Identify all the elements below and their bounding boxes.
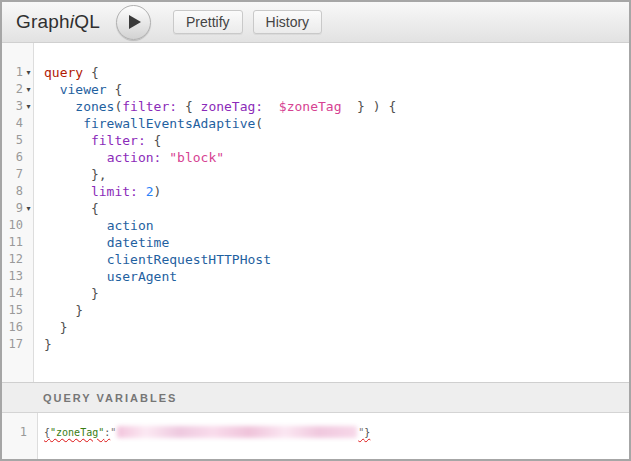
code-text: clientRequestHTTPHost bbox=[34, 251, 271, 268]
graphiql-logo: GraphiQL bbox=[16, 11, 100, 33]
line-number: 3 bbox=[2, 98, 23, 115]
code-text: userAgent bbox=[34, 268, 177, 285]
line-number: 1 bbox=[2, 426, 27, 439]
gutter-cell: 4 bbox=[2, 115, 34, 132]
query-code-lines: 1▾query {2▾ viewer {3▾ zones(filter: { z… bbox=[2, 43, 629, 353]
gutter-cell: 13 bbox=[2, 268, 34, 285]
code-line[interactable]: 7 }, bbox=[2, 166, 629, 183]
gutter-cell: 15 bbox=[2, 302, 34, 319]
line-number: 17 bbox=[2, 336, 23, 353]
code-text: action: "block" bbox=[34, 149, 224, 166]
variables-header[interactable]: QUERY VARIABLES bbox=[2, 382, 629, 413]
line-number: 1 bbox=[2, 64, 23, 81]
gutter-cell: 1▾ bbox=[2, 64, 34, 81]
variables-title: QUERY VARIABLES bbox=[43, 392, 177, 404]
code-line[interactable]: 12 clientRequestHTTPHost bbox=[2, 251, 629, 268]
code-line[interactable]: 9▾ { bbox=[2, 200, 629, 217]
code-line[interactable]: 17} bbox=[2, 336, 629, 353]
code-text: } bbox=[34, 285, 99, 302]
gutter-cell: 2▾ bbox=[2, 81, 34, 98]
code-line[interactable]: 11 datetime bbox=[2, 234, 629, 251]
line-number: 7 bbox=[2, 166, 23, 183]
code-line[interactable]: 8 limit: 2) bbox=[2, 183, 629, 200]
line-number: 4 bbox=[2, 115, 23, 132]
line-number: 6 bbox=[2, 149, 23, 166]
gutter-cell: 7 bbox=[2, 166, 34, 183]
code-text: filter: { bbox=[34, 132, 161, 149]
code-text: limit: 2) bbox=[34, 183, 161, 200]
code-text: viewer { bbox=[34, 81, 122, 98]
code-line[interactable]: 13 userAgent bbox=[2, 268, 629, 285]
execute-button[interactable] bbox=[116, 5, 151, 40]
line-number: 11 bbox=[2, 234, 23, 251]
code-line[interactable]: 15 } bbox=[2, 302, 629, 319]
code-line[interactable]: 2▾ viewer { bbox=[2, 81, 629, 98]
gutter-cell: 17 bbox=[2, 336, 34, 353]
code-text: zones(filter: { zoneTag: $zoneTag } ) { bbox=[34, 98, 396, 115]
history-button[interactable]: History bbox=[253, 10, 323, 34]
fold-arrow-icon[interactable]: ▾ bbox=[23, 81, 34, 98]
line-number: 13 bbox=[2, 268, 23, 285]
code-line[interactable]: 6 action: "block" bbox=[2, 149, 629, 166]
gutter-cell: 11 bbox=[2, 234, 34, 251]
code-text: } bbox=[34, 336, 52, 353]
variables-editor[interactable]: 1 {"zoneTag":""} bbox=[2, 413, 629, 459]
code-line[interactable]: 14 } bbox=[2, 285, 629, 302]
gutter-cell: 3▾ bbox=[2, 98, 34, 115]
code-line[interactable]: 4 firewallEventsAdaptive( bbox=[2, 115, 629, 132]
gutter-cell: 9▾ bbox=[2, 200, 34, 217]
gutter-cell: 6 bbox=[2, 149, 34, 166]
gutter-cell: 5 bbox=[2, 132, 34, 149]
gutter-cell: 8 bbox=[2, 183, 34, 200]
variables-token: " bbox=[110, 426, 116, 439]
line-number: 12 bbox=[2, 251, 23, 268]
variables-line[interactable]: 1 {"zoneTag":""} bbox=[2, 413, 629, 432]
code-text: action bbox=[34, 217, 154, 234]
code-line[interactable]: 3▾ zones(filter: { zoneTag: $zoneTag } )… bbox=[2, 98, 629, 115]
code-line[interactable]: 5 filter: { bbox=[2, 132, 629, 149]
fold-arrow-icon[interactable]: ▾ bbox=[23, 64, 34, 81]
line-number: 16 bbox=[2, 319, 23, 336]
code-line[interactable]: 16 } bbox=[2, 319, 629, 336]
redacted-value-blur bbox=[117, 426, 357, 438]
code-text: { bbox=[34, 200, 99, 217]
line-number: 5 bbox=[2, 132, 23, 149]
code-text: } bbox=[34, 319, 67, 336]
variables-token: } bbox=[364, 426, 370, 439]
logo-text-graph: Graph bbox=[16, 11, 70, 32]
gutter-cell: 16 bbox=[2, 319, 34, 336]
toolbar: GraphiQL Prettify History bbox=[2, 2, 629, 43]
line-number: 10 bbox=[2, 217, 23, 234]
code-line[interactable]: 1▾query { bbox=[2, 64, 629, 81]
code-text: }, bbox=[34, 166, 107, 183]
logo-text-ql: QL bbox=[74, 11, 100, 32]
line-number: 2 bbox=[2, 81, 23, 98]
code-text: } bbox=[34, 302, 83, 319]
query-editor[interactable]: 1▾query {2▾ viewer {3▾ zones(filter: { z… bbox=[2, 43, 629, 382]
gutter-cell: 14 bbox=[2, 285, 34, 302]
variables-token: "zoneTag" bbox=[50, 426, 104, 439]
code-text: datetime bbox=[34, 234, 169, 251]
gutter-cell: 12 bbox=[2, 251, 34, 268]
fold-arrow-icon[interactable]: ▾ bbox=[23, 98, 34, 115]
code-line[interactable]: 10 action bbox=[2, 217, 629, 234]
line-number: 15 bbox=[2, 302, 23, 319]
line-number: 8 bbox=[2, 183, 23, 200]
line-number: 9 bbox=[2, 200, 23, 217]
prettify-button[interactable]: Prettify bbox=[173, 10, 243, 34]
fold-arrow-icon[interactable]: ▾ bbox=[23, 200, 34, 217]
gutter-cell: 10 bbox=[2, 217, 34, 234]
play-icon bbox=[129, 15, 141, 29]
code-text: query { bbox=[34, 64, 99, 81]
code-text: firewallEventsAdaptive( bbox=[34, 115, 263, 132]
line-number: 14 bbox=[2, 285, 23, 302]
graphiql-window: GraphiQL Prettify History 1▾query {2▾ vi… bbox=[0, 0, 631, 461]
